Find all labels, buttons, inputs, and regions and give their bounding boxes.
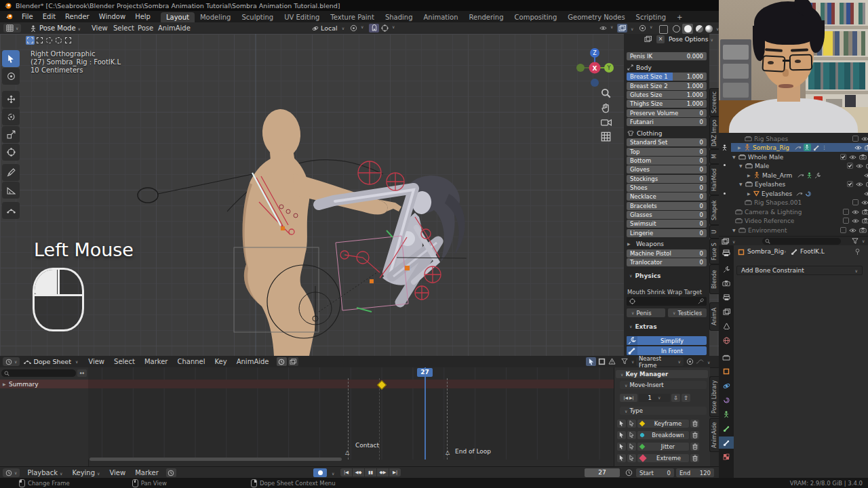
dope-menu-view[interactable]: View	[83, 356, 109, 367]
outliner-item-eyelashes-collection[interactable]: ▼ Eyelashes	[731, 180, 868, 188]
end-frame-field[interactable]: End120	[676, 468, 714, 477]
marker-label-end-of-loop[interactable]: End of Loop	[455, 448, 491, 455]
timeline-view-menu[interactable]: View	[104, 467, 130, 479]
workspace-tab-animation[interactable]: Animation	[418, 12, 464, 22]
prev-keyframe-button[interactable]: ◀◆	[353, 468, 364, 476]
outliner-item-eyelashes-mesh[interactable]: ▶ Eyelashes	[731, 189, 868, 198]
snap-mode-dropdown[interactable]: Nearest Frame∨	[636, 357, 684, 366]
slider-shoes[interactable]: Shoes0	[627, 184, 707, 192]
layer-snapshot-button[interactable]	[288, 357, 298, 366]
timeline-scrollbar[interactable]	[90, 458, 342, 461]
current-frame-field[interactable]: 27	[585, 468, 620, 477]
slider-top[interactable]: Top0	[627, 148, 707, 156]
move-insert-header[interactable]: ∨Move-Insert	[620, 381, 707, 389]
toggle-testicles[interactable]: ∨Testicles	[668, 308, 707, 317]
tab-output[interactable]	[719, 291, 734, 304]
outliner-editor-type-button[interactable]: ∨	[722, 238, 735, 245]
timeline-body[interactable]: △ Contact △ End of Loop	[88, 367, 614, 460]
add-workspace-button[interactable]: +	[671, 12, 688, 22]
shading-rendered-button[interactable]	[705, 25, 713, 33]
tab-world[interactable]	[719, 334, 734, 346]
shading-material-button[interactable]	[696, 25, 703, 33]
delete-extreme-type-button[interactable]	[690, 454, 699, 462]
xray-toggle[interactable]	[617, 24, 627, 33]
jump-buttons[interactable]: |◀ ▶|	[620, 394, 637, 402]
tool-rotate[interactable]	[2, 108, 20, 125]
add-bone-constraint-dropdown[interactable]: Add Bone Constraint∨	[736, 266, 863, 275]
current-frame-chip[interactable]: 27	[417, 368, 433, 377]
workspace-tab-modeling[interactable]: Modeling	[195, 12, 237, 22]
section-physics[interactable]: ∨Physics	[627, 272, 660, 279]
select-cursor-button[interactable]	[617, 431, 626, 439]
tab-physics[interactable]	[719, 380, 734, 392]
select-mode-lasso-button[interactable]	[54, 36, 63, 45]
sidebar-tab-shapekey[interactable]: Shapek	[709, 195, 719, 225]
shading-solid-button[interactable]	[682, 24, 693, 34]
marker-label-contact[interactable]: Contact	[355, 442, 379, 449]
outliner-filter-button[interactable]: ∨	[852, 238, 865, 244]
proportional-edit-toggle[interactable]	[686, 358, 694, 365]
workspace-tab-texture-paint[interactable]: Texture Paint	[325, 12, 380, 22]
eyedropper-icon[interactable]	[698, 298, 704, 304]
tool-move[interactable]	[2, 91, 20, 108]
workspace-tab-compositing[interactable]: Compositing	[509, 12, 563, 22]
axis-z-handle[interactable]: Z	[593, 50, 597, 56]
panel-extra-icon[interactable]	[644, 35, 652, 43]
upload-keys-button[interactable]: ⇧	[682, 394, 690, 402]
camera-view-control[interactable]	[601, 118, 612, 127]
tab-animaide[interactable]: AnimAide	[709, 418, 719, 452]
next-keyframe-button[interactable]: ◆▶	[377, 468, 389, 476]
slider-tranlocator[interactable]: Tranlocator0	[627, 258, 707, 266]
pan-control[interactable]	[601, 103, 611, 113]
delete-breakdown-type-button[interactable]	[690, 431, 699, 439]
slider-bottom[interactable]: Bottom0	[627, 157, 707, 165]
only-selected-toggle[interactable]	[586, 357, 596, 366]
select-mode-circle-button[interactable]	[45, 36, 54, 45]
menu-file[interactable]: File	[17, 11, 38, 22]
slider-bracelets[interactable]: Bracelets0	[627, 202, 707, 210]
keying-menu[interactable]: Keying∨	[67, 467, 104, 479]
panel-tab-label[interactable]: Pose Options∨	[669, 36, 713, 43]
shading-wireframe-button[interactable]	[673, 25, 680, 33]
tab-object-data[interactable]	[719, 408, 734, 420]
slider-preserve-volume[interactable]: Preserve Volume0	[627, 109, 707, 117]
tab-bone-constraints[interactable]	[719, 436, 734, 449]
section-clothing[interactable]: Clothing	[627, 129, 662, 137]
outliner-item-rig-shapes[interactable]: Rig Shapes	[731, 134, 868, 143]
deselect-cursor-button[interactable]	[627, 420, 636, 428]
slider-futanari[interactable]: Futanari0	[627, 118, 707, 126]
slider-breast-size-1[interactable]: Breast Size 11.000	[627, 73, 707, 81]
toggle-penis[interactable]: ∨Penis	[627, 308, 665, 317]
select-mode-box-button[interactable]	[35, 36, 44, 45]
outliner-item-rig-shapes-001[interactable]: Rig Shapes.001	[731, 198, 868, 207]
outliner-item-sombra-rig[interactable]: ▶ Sombra_Rig ⋮	[731, 143, 868, 152]
workspace-tab-uv-editing[interactable]: UV Editing	[279, 12, 325, 22]
tool-cursor[interactable]	[2, 68, 20, 85]
tab-constraints[interactable]	[719, 394, 734, 406]
transform-orientation-dropdown[interactable]: Local∨	[312, 24, 344, 32]
select-mode-extra-button[interactable]	[64, 36, 73, 45]
xray-dropdown[interactable]: ∨	[631, 26, 633, 31]
workspace-tab-sculpting[interactable]: Sculpting	[236, 12, 279, 22]
select-cursor-button[interactable]	[617, 454, 626, 462]
tool-select-box[interactable]	[2, 50, 20, 67]
dope-menu-key[interactable]: Key	[210, 356, 232, 367]
filter-button[interactable]: ∨	[621, 358, 634, 365]
axis-x-handle[interactable]: X	[593, 65, 597, 72]
viewport-menu-animaide[interactable]: AnimAide	[153, 22, 195, 34]
sidebar-tab-animaide[interactable]: AnimA	[709, 302, 719, 331]
tab-pose-library[interactable]: Pose Library	[709, 376, 719, 417]
editor-type-button[interactable]: ∨	[3, 24, 21, 33]
workspace-tab-shading[interactable]: Shading	[380, 12, 418, 22]
marker-triangle-contact[interactable]: △	[345, 449, 349, 455]
workspace-tab-layout[interactable]: Layout	[161, 12, 195, 22]
dope-menu-animaide[interactable]: AnimAide	[232, 356, 274, 367]
slider-lingerie[interactable]: Lingerie0	[627, 229, 707, 237]
easing-dropdown[interactable]: ∨	[707, 360, 710, 365]
tab-bone[interactable]	[719, 422, 734, 434]
outliner-search-input[interactable]	[762, 238, 841, 245]
outliner-item-male-arm[interactable]: ▶ Male_Arm	[731, 171, 868, 180]
section-body[interactable]: Body	[627, 64, 652, 71]
auto-keying-toggle[interactable]	[313, 468, 327, 477]
breadcrumb-bone[interactable]: FootIK.L	[800, 248, 825, 255]
